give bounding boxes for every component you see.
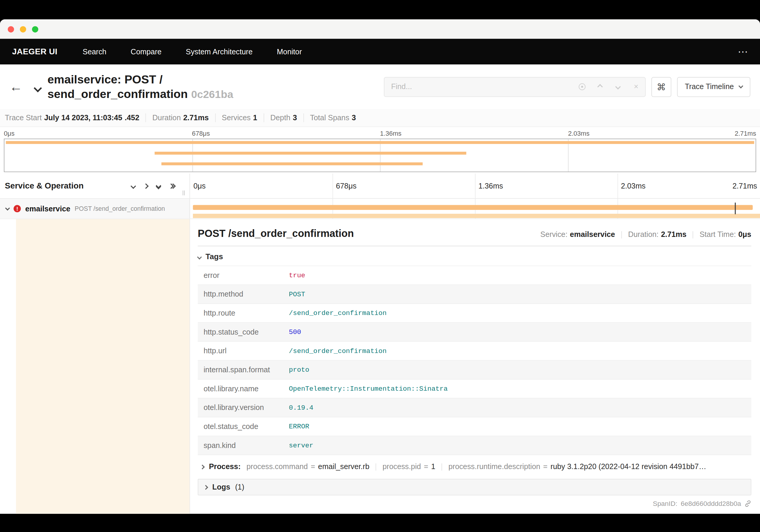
tag-row[interactable]: http.methodPOST: [198, 285, 751, 304]
span-id-footer: SpanID: 6e8d660dddd28b0a: [198, 500, 751, 508]
app-window: JAEGER UI Search Compare System Architec…: [0, 19, 760, 513]
tag-row[interactable]: otel.library.version0.19.4: [198, 398, 751, 417]
tag-value: proto: [283, 361, 751, 379]
find-input[interactable]: [384, 77, 574, 96]
tag-row[interactable]: http.route/send_order_confirmation: [198, 304, 751, 323]
trace-view-selector[interactable]: Trace Timeline: [677, 77, 750, 97]
gridline: [568, 139, 569, 171]
span-service-name: emailservice: [25, 204, 71, 213]
trace-depth: Depth3: [264, 114, 304, 122]
tag-row[interactable]: http.status_code500: [198, 323, 751, 342]
span-row: emailservice POST /send_order_confirmati…: [0, 199, 760, 219]
tag-row[interactable]: internal.span.formatproto: [198, 361, 751, 379]
span-detail-panel: POST /send_order_confirmation Service:em…: [190, 219, 760, 514]
trace-total-spans: Total Spans3: [304, 114, 362, 122]
tag-key: http.status_code: [198, 323, 283, 342]
span-row-name-cell[interactable]: emailservice POST /send_order_confirmati…: [0, 199, 190, 218]
span-duration-bar[interactable]: [193, 205, 753, 210]
collapse-one-icon[interactable]: [131, 184, 135, 188]
tag-key: http.method: [198, 285, 283, 304]
nav-item-monitor[interactable]: Monitor: [277, 47, 302, 56]
tag-key: otel.status_code: [198, 417, 283, 436]
span-row-timeline-cell[interactable]: [190, 199, 760, 218]
tag-row[interactable]: span.kindserver: [198, 436, 751, 455]
span-id-label: SpanID:: [653, 500, 678, 508]
collapse-all-icon[interactable]: [157, 183, 160, 188]
collapse-span-icon[interactable]: [5, 206, 10, 211]
process-pid: process.pid=1: [382, 462, 435, 471]
divider: [442, 463, 442, 470]
tag-value: /send_order_confirmation: [283, 304, 751, 323]
top-nav: JAEGER UI Search Compare System Architec…: [0, 39, 760, 65]
tags-section-header[interactable]: Tags: [198, 253, 751, 261]
minimap-tick: 1.36ms: [380, 130, 402, 137]
next-result-icon[interactable]: [609, 77, 627, 96]
collapse-trace-header-icon[interactable]: [33, 84, 42, 92]
logs-section-header[interactable]: Logs (1): [198, 479, 751, 496]
chevron-right-icon: [200, 464, 205, 469]
overflow-menu-icon[interactable]: ⋯: [738, 46, 748, 57]
expand-one-icon[interactable]: [144, 184, 148, 188]
timeline-cursor: [735, 203, 736, 214]
trace-page-header: ← emailservice: POST / send_order_confir…: [0, 65, 760, 109]
prev-result-icon[interactable]: [592, 77, 609, 96]
minimize-window-button[interactable]: [20, 26, 26, 32]
nav-item-compare[interactable]: Compare: [131, 47, 162, 56]
error-icon: [14, 205, 21, 212]
span-operation-name: POST /send_order_confirmation: [75, 205, 165, 212]
trace-id: 0c261ba: [191, 88, 233, 100]
trace-title-line2: send_order_confirmation0c261ba: [48, 87, 233, 101]
clear-find-icon[interactable]: ×: [627, 77, 645, 96]
expand-all-icon[interactable]: [169, 184, 175, 188]
service-operation-header: Service & Operation: [0, 173, 190, 198]
service-operation-title: Service & Operation: [5, 181, 83, 191]
span-id-value: 6e8d660dddd28b0a: [681, 500, 741, 508]
tag-key: internal.span.format: [198, 361, 283, 379]
locate-span-icon[interactable]: [573, 77, 591, 96]
tag-value: server: [283, 436, 751, 455]
trace-duration: Duration2.71ms: [146, 114, 215, 122]
detail-service: Service:emailservice: [540, 230, 615, 239]
timeline-tick: 2.03ms: [618, 181, 645, 190]
tag-value: true: [283, 266, 751, 285]
column-resizer[interactable]: [183, 191, 185, 195]
tags-section-label: Tags: [206, 253, 223, 261]
copy-link-icon[interactable]: [744, 500, 751, 507]
span-detail-meta: Service:emailservice Duration:2.71ms Sta…: [540, 230, 751, 239]
tag-value: ERROR: [283, 417, 751, 436]
close-window-button[interactable]: [8, 26, 14, 32]
find-bar: ×: [384, 77, 646, 97]
minimap-canvas[interactable]: [4, 139, 756, 172]
back-button[interactable]: ←: [0, 65, 32, 109]
timeline-ticks-header: 0μs 678μs 1.36ms 2.03ms 2.71ms: [190, 173, 760, 198]
tag-row[interactable]: http.url/send_order_confirmation: [198, 341, 751, 361]
tag-row[interactable]: otel.library.nameOpenTelemetry::Instrume…: [198, 379, 751, 398]
tag-key: otel.library.name: [198, 379, 283, 398]
nav-item-search[interactable]: Search: [82, 47, 106, 56]
tag-key: http.url: [198, 341, 283, 361]
minimap-tick: 0μs: [4, 130, 15, 137]
span-detail-title: POST /send_order_confirmation: [198, 228, 354, 239]
tag-value: OpenTelemetry::Instrumentation::Sinatra: [283, 379, 751, 398]
trace-view-selector-label: Trace Timeline: [685, 82, 734, 91]
trace-start: Trace StartJuly 14 2023, 11:03:45.452: [5, 114, 146, 122]
app-logo[interactable]: JAEGER UI: [12, 47, 58, 57]
span-detail-indent-column: [0, 219, 190, 514]
trace-minimap: 0μs 678μs 1.36ms 2.03ms 2.71ms: [0, 127, 760, 174]
process-section-header[interactable]: Process: process.command=email_server.rb…: [198, 462, 751, 471]
tag-key: span.kind: [198, 436, 283, 455]
nav-item-system-architecture[interactable]: System Architecture: [186, 47, 253, 56]
macos-titlebar: [0, 19, 760, 39]
trace-title[interactable]: emailservice: POST / send_order_confirma…: [48, 72, 233, 101]
trace-summary-bar: Trace StartJuly 14 2023, 11:03:45.452 Du…: [0, 109, 760, 127]
logs-count: (1): [235, 483, 244, 491]
timeline-columns-header: Service & Operation 0μs 678μs 1.36ms 2.0…: [0, 173, 760, 199]
keyboard-shortcuts-button[interactable]: ⌘: [651, 77, 671, 97]
detail-start-time: Start Time:0μs: [699, 230, 751, 239]
fullscreen-window-button[interactable]: [32, 26, 38, 32]
span-detail-overview: POST /send_order_confirmation Service:em…: [198, 228, 751, 246]
tag-row[interactable]: otel.status_codeERROR: [198, 417, 751, 436]
process-command: process.command=email_server.rb: [246, 462, 369, 471]
tags-table: errortrue http.methodPOST http.route/sen…: [198, 266, 751, 455]
tag-row[interactable]: errortrue: [198, 266, 751, 285]
